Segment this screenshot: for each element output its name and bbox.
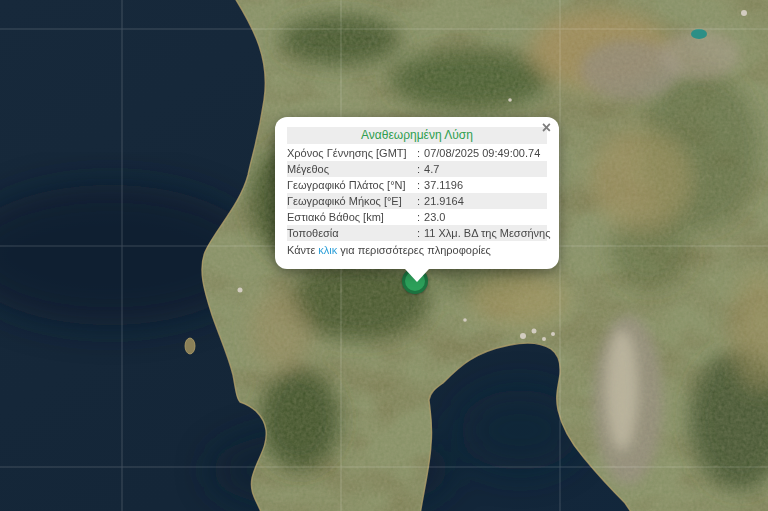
- popup-footer: Κάντεκλικγια περισσότερες πληροφορίες: [287, 242, 547, 259]
- row-value: :11 Χλμ. ΒΔ της Μεσσήνης: [417, 225, 550, 241]
- row-value: :21.9164: [417, 193, 547, 209]
- footer-text: για περισσότερες πληροφορίες: [340, 244, 491, 256]
- row-origin-time: Χρόνος Γέννησης [GMT] :07/08/2025 09:49:…: [287, 145, 547, 161]
- more-info-link[interactable]: κλικ: [318, 244, 337, 256]
- row-magnitude: Μέγεθος :4.7: [287, 161, 547, 177]
- row-label: Τοποθεσία: [287, 225, 417, 241]
- popup-tail: [405, 269, 429, 282]
- row-value: :4.7: [417, 161, 547, 177]
- row-label: Εστιακό Βάθος [km]: [287, 209, 417, 225]
- row-value: :37.1196: [417, 177, 547, 193]
- map[interactable]: × Αναθεωρημένη Λύση Χρόνος Γέννησης [GMT…: [0, 0, 768, 511]
- row-latitude: Γεωγραφικό Πλάτος [°N] :37.1196: [287, 177, 547, 193]
- row-value: :07/08/2025 09:49:00.74: [417, 145, 547, 161]
- row-label: Χρόνος Γέννησης [GMT]: [287, 145, 417, 161]
- close-icon[interactable]: ×: [542, 120, 551, 136]
- row-depth: Εστιακό Βάθος [km] :23.0: [287, 209, 547, 225]
- row-label: Γεωγραφικό Πλάτος [°N]: [287, 177, 417, 193]
- islet: [185, 338, 195, 354]
- earthquake-popup: × Αναθεωρημένη Λύση Χρόνος Γέννησης [GMT…: [275, 117, 559, 269]
- row-label: Μέγεθος: [287, 161, 417, 177]
- popup-title: Αναθεωρημένη Λύση: [287, 127, 547, 144]
- lake: [691, 29, 707, 39]
- row-location: Τοποθεσία :11 Χλμ. ΒΔ της Μεσσήνης: [287, 225, 547, 241]
- row-longitude: Γεωγραφικό Μήκος [°E] :21.9164: [287, 193, 547, 209]
- footer-text: Κάντε: [287, 244, 315, 256]
- row-value: :23.0: [417, 209, 547, 225]
- row-label: Γεωγραφικό Μήκος [°E]: [287, 193, 417, 209]
